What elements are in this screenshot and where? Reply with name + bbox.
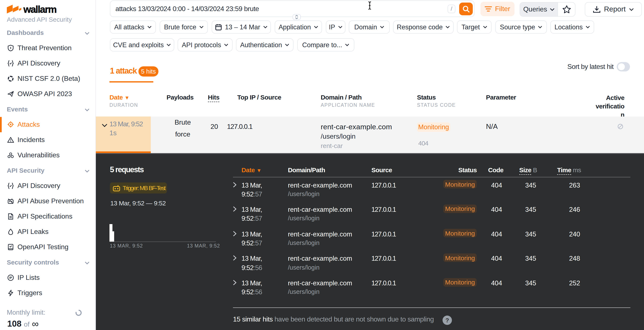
svg-text:IP: IP [9,276,12,279]
